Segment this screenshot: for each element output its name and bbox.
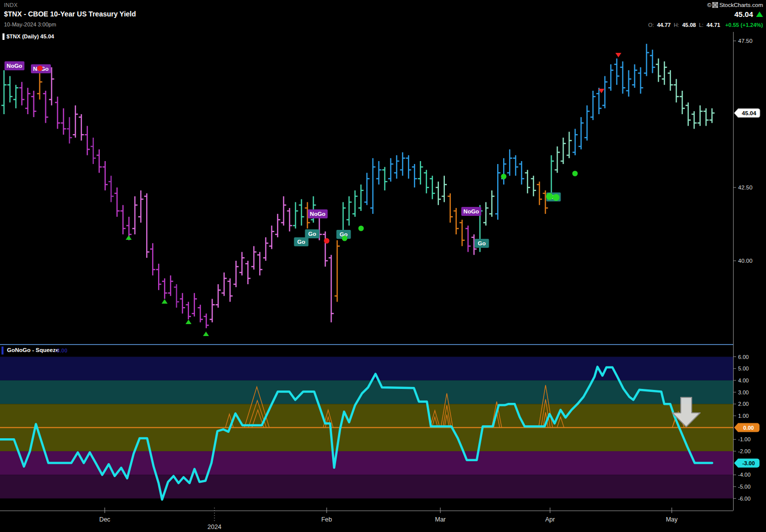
go-circle-icon — [546, 193, 553, 200]
red-dot-icon — [37, 66, 43, 71]
red-dot-icon — [324, 238, 330, 244]
squeeze-band — [0, 475, 733, 498]
chart-page: INDX $TNX - CBOE 10-Year US Treasury Yie… — [0, 0, 766, 532]
go-label-text: Go — [308, 231, 316, 237]
squeeze-axis-label: 2.00 — [738, 401, 749, 407]
price-axis-label: 40.00 — [738, 258, 753, 264]
squeeze-axis-label: -5.00 — [738, 484, 751, 490]
squeeze-axis-label: 4.00 — [738, 377, 749, 383]
squeeze-axis-label: 3.00 — [738, 389, 749, 395]
green-dot-icon — [573, 171, 578, 177]
month-label: May — [666, 516, 678, 523]
nogo-label-text: NoGo — [6, 63, 22, 69]
squeeze-axis-label: -2.00 — [738, 448, 751, 454]
squeeze-axis-label: -1.00 — [738, 436, 751, 442]
squeeze-axis-label: 5.00 — [738, 365, 749, 371]
price-axis-label: 42.50 — [738, 184, 753, 190]
go-countertrend-triangle-icon — [203, 332, 209, 336]
nogo-label-text: NoGo — [463, 208, 479, 214]
go-countertrend-triangle-icon — [186, 320, 192, 324]
squeeze-axis-label: 1.00 — [738, 413, 749, 419]
panel-divider — [0, 344, 733, 345]
green-dot-icon — [342, 236, 348, 241]
green-dot-icon — [501, 174, 507, 179]
month-label: Apr — [545, 516, 555, 523]
nogo-label-text: NoGo — [310, 211, 325, 217]
price-axis-label: 47.50 — [738, 38, 753, 44]
nogo-countertrend-triangle-icon — [615, 53, 621, 57]
go-circle-icon — [553, 194, 560, 201]
squeeze-band — [0, 451, 733, 475]
squeeze-band — [0, 357, 733, 380]
chart-svg: NoGoNoGoNoGoNoGoGoGoGoGoGo47.5042.5040.0… — [0, 0, 766, 532]
green-dot-icon — [359, 226, 364, 231]
go-countertrend-triangle-icon — [162, 299, 168, 304]
squeeze-axis-label: -4.00 — [738, 472, 751, 478]
year-label: 2024 — [207, 524, 221, 531]
go-countertrend-triangle-icon — [126, 235, 132, 240]
go-label-text: Go — [478, 240, 486, 246]
squeeze-band — [0, 380, 733, 404]
month-label: Dec — [99, 516, 110, 523]
squeeze-neg3-marker-text: -3.00 — [742, 460, 755, 466]
squeeze-axis-label: 6.00 — [738, 354, 749, 360]
squeeze-axis-label: -6.00 — [738, 496, 751, 502]
month-label: Mar — [435, 516, 446, 523]
price-marker-text: 45.04 — [742, 110, 757, 116]
go-label-text: Go — [297, 239, 305, 245]
month-label: Feb — [321, 516, 332, 523]
squeeze-zero-marker-text: 0.00 — [743, 425, 754, 431]
